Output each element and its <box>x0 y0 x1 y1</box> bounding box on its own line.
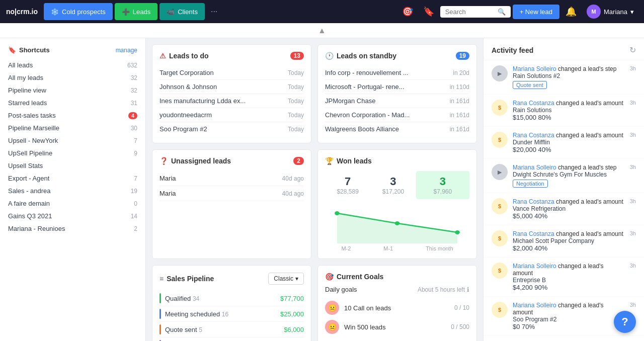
activity-action-3: changed a lead's step <box>558 164 616 171</box>
help-button[interactable]: ? <box>614 311 636 333</box>
sidebar-item-upsell-newyork[interactable]: Upsell - NewYork 7 <box>0 134 145 147</box>
activity-company-6[interactable]: Entreprise B <box>513 277 546 284</box>
won-stat-current-amount: $7,960 <box>420 188 465 195</box>
sidebar-item-upsell-pipeline[interactable]: UpSell Pipeline 9 <box>0 147 145 159</box>
activity-time-6: 3h <box>630 263 636 291</box>
activity-user-5[interactable]: Rana Costanza <box>513 230 554 237</box>
unassigned-title-label: Unassigned leads <box>171 157 231 165</box>
nav-tab-leads[interactable]: ➕ Leads <box>115 3 157 20</box>
sidebar-item-export-agent[interactable]: Export - Agent 7 <box>0 172 145 185</box>
sidebar: 🔖 Shortcuts manage All leads 632 All my … <box>0 38 146 341</box>
list-item[interactable]: Walgreens Boots Alliance in 161d <box>325 122 469 136</box>
sidebar-item-starred-leads[interactable]: Starred leads 31 <box>0 97 145 109</box>
activity-item-2: $ Rana Costanza changed a lead's amount … <box>484 127 644 159</box>
activity-item-1: $ Rana Costanza changed a lead's amount … <box>484 95 644 127</box>
activity-user-7[interactable]: Mariana Solleiro <box>513 302 556 309</box>
activity-company-1[interactable]: Rain Solutions <box>513 107 551 114</box>
pipeline-stage-meeting[interactable]: Meeting scheduled 16 $25,000 <box>159 306 304 322</box>
sidebar-title: 🔖 Shortcuts <box>8 46 50 54</box>
nav-more-button[interactable]: ··· <box>207 4 221 19</box>
leads-todo-icon: ⚠ <box>159 52 166 60</box>
subnav-arrow-icon[interactable]: ▲ <box>318 26 326 35</box>
activity-user-2[interactable]: Rana Costanza <box>513 132 554 139</box>
list-item[interactable]: Maria 40d ago <box>159 186 304 201</box>
activity-company-0[interactable]: Rain Solutions #2 <box>513 72 560 79</box>
activity-user-0[interactable]: Mariana Solleiro <box>513 65 556 72</box>
nav-tab-cold-prospects[interactable]: ❄️ Cold prospects <box>44 3 113 20</box>
qualified-amount: $77,700 <box>280 295 304 302</box>
goal-progress-0: 0 / 10 <box>454 304 469 311</box>
target-icon[interactable]: 🎯 <box>398 4 417 19</box>
sidebar-item-mariana-reunioes[interactable]: Mariana - Reunioes 2 <box>0 222 145 235</box>
activity-company-7[interactable]: Soo Program #2 <box>513 316 556 323</box>
activity-amount-1: $15,000 80% <box>513 114 551 121</box>
activity-user-6[interactable]: Mariana Solleiro <box>513 263 556 270</box>
sidebar-item-pipeline-marseille[interactable]: Pipeline Marseille 30 <box>0 122 145 134</box>
list-item[interactable]: Target Corporation Today <box>159 66 304 80</box>
unassigned-leads-card: ❓ Unassigned leads 2 Maria 40d ago Maria… <box>152 149 311 259</box>
search-input[interactable] <box>445 8 495 16</box>
activity-time-5: 3h <box>630 230 636 252</box>
activity-user-4[interactable]: Rana Costanza <box>513 198 554 205</box>
activity-avatar-3: ▶ <box>492 164 508 180</box>
list-item[interactable]: Soo Program #2 Today <box>159 122 304 136</box>
pipeline-view-select[interactable]: Classic ▾ <box>268 273 304 285</box>
pipeline-stage-quote[interactable]: Quote sent 5 $6,000 <box>159 322 304 337</box>
goal-item-1: 😐 Win 500 leads 0 / 500 <box>325 317 469 336</box>
current-goals-card: 🎯 Current Goals Daily goals About 5 hour… <box>317 265 477 341</box>
sidebar-item-gains-q3-label: Gains Q3 2021 <box>8 212 52 220</box>
sidebar-manage-link[interactable]: manage <box>116 47 137 54</box>
sidebar-item-pipeline-view[interactable]: Pipeline view 32 <box>0 84 145 97</box>
leads-standby-badge: 19 <box>456 52 469 60</box>
activity-company-4[interactable]: Vance Refrigeration <box>513 205 566 212</box>
sidebar-item-all-my-leads[interactable]: All my leads 32 <box>0 71 145 84</box>
activity-item-5: $ Rana Costanza changed a lead's amount … <box>484 225 644 258</box>
pipeline-card: ≡ Sales Pipeline Classic ▾ Qualified 34 … <box>152 265 311 341</box>
activity-company-3[interactable]: Dwight Schrute's Gym For Muscles <box>513 171 607 178</box>
nav-tab-leads-label: Leads <box>133 8 150 16</box>
pipeline-stage-quote-label: Quote sent 5 <box>165 326 284 333</box>
sidebar-item-sales-andrea[interactable]: Sales - andrea 19 <box>0 185 145 197</box>
sidebar-item-a-faire-demain[interactable]: A faire demain 0 <box>0 197 145 210</box>
sidebar-item-all-leads[interactable]: All leads 632 <box>0 59 145 71</box>
sidebar-item-upsell-stats[interactable]: Upsell Stats <box>0 159 145 172</box>
activity-user-3[interactable]: Mariana Solleiro <box>513 164 556 171</box>
qualified-count: 34 <box>193 295 199 302</box>
refresh-button[interactable]: ↻ <box>629 45 636 55</box>
activity-user-1[interactable]: Rana Costanza <box>513 100 554 107</box>
list-item[interactable]: Microsoft - Portugal- rene... in 110d <box>325 80 469 94</box>
goals-time-left: About 5 hours left ℹ <box>418 286 469 293</box>
bookmark-sidebar-icon: 🔖 <box>8 46 16 54</box>
quote-name: Quote sent <box>165 326 197 333</box>
list-item[interactable]: Ines manufacturing Ldda ex... Today <box>159 94 304 108</box>
pipeline-stage-qualified[interactable]: Qualified 34 $77,700 <box>159 291 304 306</box>
sidebar-item-post-sales-tasks[interactable]: Post-sales tasks 4 <box>0 109 145 122</box>
activity-company-5[interactable]: Michael Scott Paper Company <box>513 237 594 244</box>
activity-action-4: changed a lead's amount <box>556 198 623 205</box>
bookmark-icon[interactable]: 🔖 <box>419 4 438 19</box>
sidebar-item-all-my-leads-count: 32 <box>131 74 137 81</box>
activity-body-3: Mariana Solleiro changed a lead's step D… <box>513 164 625 188</box>
user-menu[interactable]: M Mariana ▾ <box>583 3 638 21</box>
goals-daily-label: Daily goals <box>325 286 357 293</box>
list-item[interactable]: JPMorgan Chase in 161d <box>325 94 469 108</box>
goals-icon: 🎯 <box>325 273 334 281</box>
sidebar-item-gains-q3[interactable]: Gains Q3 2021 14 <box>0 210 145 222</box>
nav-tab-clients[interactable]: 📹 Clients <box>159 3 205 20</box>
goal-icon-1: 😐 <box>325 320 339 334</box>
sidebar-item-upsell-pipeline-count: 9 <box>134 150 137 157</box>
notification-icon[interactable]: 🔔 <box>561 4 581 19</box>
won-leads-title-label: Won leads <box>337 157 372 165</box>
list-item[interactable]: youdontneedacrm Today <box>159 108 304 122</box>
new-lead-button[interactable]: + New lead <box>513 5 559 19</box>
list-item[interactable]: Chevron Corporation - Mad... in 161d <box>325 108 469 122</box>
list-item[interactable]: Johnson & Johnson Today <box>159 80 304 94</box>
list-item[interactable]: Maria 40d ago <box>159 171 304 186</box>
won-leads-card: 🏆 Won leads 7 $28,589 3 $17,200 3 $7,960 <box>317 149 477 259</box>
list-item[interactable]: Info corp - renouvellement ... in 20d <box>325 66 469 80</box>
activity-header: Activity feed ↻ <box>484 38 644 60</box>
pipeline-stage-negotiation[interactable]: Negotiation 14 $56,900 <box>159 337 304 341</box>
activity-company-2[interactable]: Dunder Mifflin <box>513 139 550 146</box>
won-stat-current-num: 3 <box>420 175 465 188</box>
goals-title-label: Current Goals <box>337 273 383 281</box>
